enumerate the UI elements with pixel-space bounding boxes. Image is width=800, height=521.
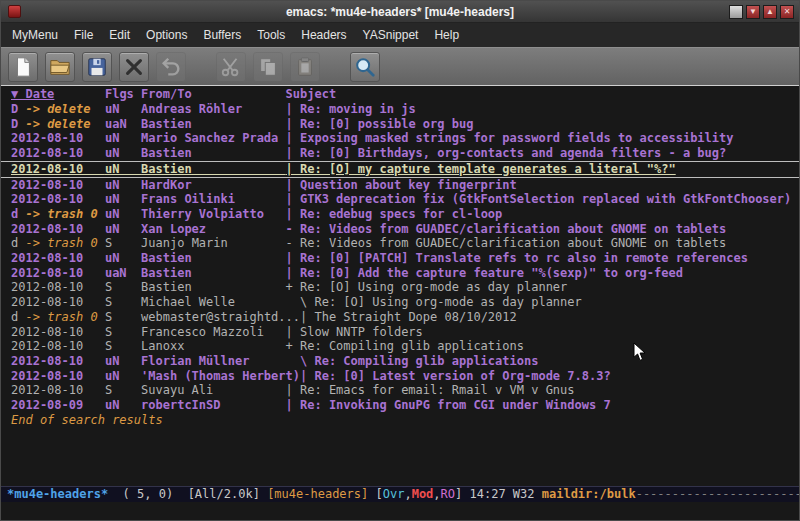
message-flags: uN — [105, 178, 141, 192]
message-row[interactable]: d -> trash 0 S webmaster@straightd...| T… — [1, 310, 799, 325]
message-subject: | The Straight Dope 08/10/2012 — [300, 310, 517, 324]
message-row[interactable]: 2012-08-10 S Bastien + Re: [O] Using org… — [1, 280, 799, 295]
column-header-subject[interactable]: Subject — [286, 87, 337, 101]
message-from: Andreas Röhler — [141, 102, 286, 116]
message-date: 2012-08-09 — [11, 398, 105, 412]
message-row[interactable]: D -> delete uaN Bastien | Re: [0] possib… — [1, 117, 799, 132]
message-flags: uN — [105, 369, 141, 383]
modeline-segment: *mu4e-headers* — [7, 487, 108, 501]
message-list: D -> delete uN Andreas Röhler | Re: movi… — [1, 102, 799, 413]
message-flags: uN — [105, 251, 141, 265]
message-subject: | Re: Emacs for email: Rmail v VM v Gnus — [286, 383, 575, 397]
menu-headers[interactable]: Headers — [293, 24, 354, 46]
message-flags: uaN — [105, 266, 141, 280]
message-mark: d — [11, 310, 25, 324]
cut-button — [216, 52, 246, 82]
message-date: 2012-08-10 — [11, 325, 105, 339]
message-date-pad — [98, 236, 105, 250]
menu-mymenu[interactable]: MyMenu — [4, 24, 66, 46]
modeline-segment: Ovr — [383, 487, 405, 501]
message-date: 2012-08-10 — [11, 162, 105, 176]
message-row[interactable]: 2012-08-10 uaN Bastien | Re: [0] Add the… — [1, 266, 799, 281]
message-row[interactable]: 2012-08-10 uN Frans Oilinki | GTK3 depre… — [1, 192, 799, 207]
message-from: Lanoxx — [141, 339, 286, 353]
message-flags: uN — [105, 398, 141, 412]
menu-tools[interactable]: Tools — [249, 24, 293, 46]
header-line: ▼ Date Flgs From/To Subject — [1, 86, 799, 102]
message-subject: | Re: edebug specs for cl-loop — [286, 207, 503, 221]
message-row[interactable]: 2012-08-10 S Lanoxx + Re: Compiling glib… — [1, 339, 799, 354]
message-flags: uaN — [105, 117, 141, 131]
window-minimize-button[interactable]: ▼ — [746, 5, 760, 19]
copy-icon — [257, 56, 279, 78]
message-flags: S — [105, 295, 141, 309]
message-from: Bastien — [141, 266, 286, 280]
message-from: Xan Lopez — [141, 222, 286, 236]
message-row[interactable]: 2012-08-09 uN robertcInSD | Re: Invoking… — [1, 398, 799, 413]
column-header-flags[interactable]: Flgs — [105, 87, 141, 101]
titlebar[interactable]: emacs: *mu4e-headers* [mu4e-headers] ▼▲✕ — [1, 1, 799, 23]
search-button[interactable] — [350, 52, 380, 82]
message-flags: S — [105, 236, 141, 250]
message-from: webmaster@straightd... — [141, 310, 300, 324]
window-close-button[interactable]: ✕ — [780, 5, 794, 19]
message-flags: S — [105, 383, 141, 397]
open-file-button[interactable] — [45, 52, 75, 82]
message-date: 2012-08-10 — [11, 266, 105, 280]
message-row[interactable]: 2012-08-10 uN Bastien | Re: [0] Birthday… — [1, 146, 799, 161]
message-from: HardKor — [141, 178, 286, 192]
message-subject: \ Re: [O] Using org-mode as day planner — [286, 295, 582, 309]
undo-icon — [160, 56, 182, 78]
window-maximize-button[interactable]: ▲ — [763, 5, 777, 19]
message-flags: uN — [105, 192, 141, 206]
message-subject: | Re: Invoking GnuPG from CGI under Wind… — [286, 398, 611, 412]
modeline-segment: maildir:/bulk — [542, 487, 636, 501]
cut-icon — [220, 56, 242, 78]
message-row[interactable]: 2012-08-10 uN HardKor | Question about k… — [1, 178, 799, 193]
message-row[interactable]: 2012-08-10 S Michael Welle \ Re: [O] Usi… — [1, 295, 799, 310]
message-date-pad — [98, 207, 105, 221]
message-row[interactable]: 2012-08-10 S Suvayu Ali | Re: Emacs for … — [1, 383, 799, 398]
message-row[interactable]: 2012-08-10 uN Florian Müllner \ Re: Comp… — [1, 354, 799, 369]
column-header-date[interactable]: ▼ Date — [11, 87, 54, 101]
window-menu-icon[interactable] — [8, 5, 21, 18]
menu-file[interactable]: File — [66, 24, 101, 46]
message-row[interactable]: 2012-08-10 uN Bastien | Re: [0] [PATCH] … — [1, 251, 799, 266]
message-row[interactable]: 2012-08-10 S Francesco Mazzoli | Slow NN… — [1, 325, 799, 340]
column-header-from[interactable]: From/To — [141, 87, 286, 101]
menu-buffers[interactable]: Buffers — [195, 24, 249, 46]
message-subject: | Re: [O] my capture template generates … — [286, 162, 676, 176]
message-row[interactable]: d -> trash 0 S Juanjo Marin - Re: Videos… — [1, 236, 799, 251]
message-from: Bastien — [141, 251, 286, 265]
message-date: 2012-08-10 — [11, 222, 105, 236]
close-buffer-button[interactable] — [119, 52, 149, 82]
message-row[interactable]: 2012-08-10 uN Mario Sanchez Prada | Expo… — [1, 131, 799, 146]
message-mark: D — [11, 102, 25, 116]
message-subject: \ Re: Compiling glib applications — [286, 354, 539, 368]
message-date: 2012-08-10 — [11, 146, 105, 160]
message-date: 2012-08-10 — [11, 383, 105, 397]
menu-options[interactable]: Options — [138, 24, 195, 46]
menu-help[interactable]: Help — [426, 24, 467, 46]
menu-yasnippet[interactable]: YASnippet — [355, 24, 427, 46]
message-row[interactable]: 2012-08-10 uN Bastien | Re: [O] my captu… — [1, 161, 799, 178]
new-file-button[interactable] — [8, 52, 38, 82]
message-row[interactable]: D -> delete uN Andreas Röhler | Re: movi… — [1, 102, 799, 117]
header-line-pad — [54, 87, 105, 101]
message-row[interactable]: 2012-08-10 uN 'Mash (Thomas Herbert)| Re… — [1, 369, 799, 384]
message-flags: S — [105, 339, 141, 353]
window-shade-button[interactable] — [729, 5, 743, 19]
message-from: Francesco Mazzoli — [141, 325, 286, 339]
message-row[interactable]: d -> trash 0 uN Thierry Volpiatto | Re: … — [1, 207, 799, 222]
message-row[interactable]: 2012-08-10 uN Xan Lopez - Re: Videos fro… — [1, 222, 799, 237]
save-buffer-button[interactable] — [82, 52, 112, 82]
modeline-segment: ] — [455, 487, 469, 501]
message-date: 2012-08-10 — [11, 280, 105, 294]
mu4e-headers-buffer[interactable]: ▼ Date Flgs From/To Subject D -> delete … — [1, 85, 799, 486]
menu-edit[interactable]: Edit — [101, 24, 138, 46]
message-subject: | Re: [0] Latest version of Org-mode 7.8… — [300, 369, 611, 383]
minibuffer[interactable] — [1, 502, 799, 520]
message-from: Florian Müllner — [141, 354, 286, 368]
new-file-icon — [12, 56, 34, 78]
message-from: Michael Welle — [141, 295, 286, 309]
